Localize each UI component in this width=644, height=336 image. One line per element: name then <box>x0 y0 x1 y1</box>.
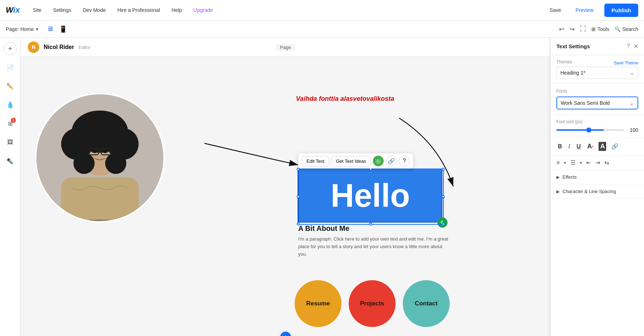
redo-icon[interactable]: ↪ <box>569 25 575 33</box>
align-chevron-icon[interactable]: ▾ <box>564 160 566 165</box>
heading-dropdown[interactable]: Heading 1* ⌄ <box>556 67 638 79</box>
text-settings-panel: Text Settings ? ✕ Themes Save Theme Head… <box>550 38 644 336</box>
about-text: I'm a paragraph. Click here to add your … <box>298 236 450 258</box>
buttons-row: Resume Projects Contact <box>295 280 450 327</box>
apps-icon[interactable]: ⊞ 1 <box>4 117 17 130</box>
pages-icon[interactable]: 📄 <box>4 61 17 74</box>
effects-label: Effects <box>563 174 577 180</box>
link-icon[interactable]: 🔗 <box>386 156 397 166</box>
nav-site[interactable]: Site <box>31 6 44 14</box>
projects-button[interactable]: Projects <box>349 280 396 327</box>
hello-text-box[interactable]: Text Hello G <box>298 169 442 223</box>
undo-icon[interactable]: ↩ <box>559 25 564 33</box>
font-size-section: Font size (px) 100 <box>551 115 644 138</box>
add-elements-button[interactable]: + <box>4 42 17 55</box>
contact-button[interactable]: Contact <box>403 280 450 327</box>
link-button[interactable]: 🔗 <box>610 142 620 151</box>
publish-button[interactable]: Publish <box>604 4 638 17</box>
search-label: Search <box>622 26 638 32</box>
italic-button[interactable]: I <box>567 142 572 151</box>
device-switcher: 🖥 📱 <box>45 24 69 35</box>
character-spacing-label: Character & Line Spacing <box>563 189 616 194</box>
panel-header-icons: ? ✕ <box>627 43 638 50</box>
close-icon[interactable]: ✕ <box>634 43 638 50</box>
edit-text-toolbar: Edit Text Get Text Ideas ◎ 🔗 ? <box>298 153 413 169</box>
save-theme-link[interactable]: Save Theme <box>614 61 638 66</box>
annotation-font-change: Vaihda fonttia alasvetovalikosta <box>284 95 406 103</box>
search-button[interactable]: 🔍 Search <box>614 26 638 32</box>
nav-hire[interactable]: Hire a Professional <box>115 6 162 14</box>
about-title: A Bit About Me <box>298 224 450 233</box>
get-text-ideas-button[interactable]: Get Text Ideas <box>331 156 371 166</box>
page-selector[interactable]: Page: Home ▾ <box>6 26 38 32</box>
font-size-value: 100 <box>627 127 638 133</box>
ai-icon[interactable]: ◎ <box>373 156 384 166</box>
person-image <box>36 94 163 221</box>
wix-logo: Wix <box>6 5 20 15</box>
text-highlight-button[interactable]: A <box>599 142 606 151</box>
svg-point-9 <box>74 153 95 174</box>
rtl-button[interactable]: ⇆ <box>604 159 609 166</box>
font-size-slider[interactable] <box>556 129 624 131</box>
fonts-dropdown[interactable]: Work Sans Semi Bold ⌄ <box>556 97 638 109</box>
font-value: Work Sans Semi Bold <box>561 100 610 106</box>
arrow-to-edit-text <box>176 136 313 172</box>
fonts-dropdown-arrow: ⌄ <box>630 100 634 106</box>
avatar: N <box>28 41 39 53</box>
fonts-label: Fonts <box>556 89 638 94</box>
character-spacing-section[interactable]: ▶ Character & Line Spacing <box>551 184 644 199</box>
format-section: B I U A● A 🔗 <box>551 138 644 156</box>
save-button[interactable]: Save <box>546 6 565 14</box>
help-icon[interactable]: ? <box>627 43 630 50</box>
search-icon: 🔍 <box>614 26 621 32</box>
panel-title: Text Settings <box>556 43 590 49</box>
design-icon[interactable]: ✏️ <box>4 80 17 93</box>
font-size-row: 100 <box>556 127 638 133</box>
color-icon[interactable]: 💧 <box>4 98 17 111</box>
svg-point-11 <box>92 149 98 153</box>
expand-icon[interactable]: ⛶ <box>580 25 586 33</box>
media-icon[interactable]: 🖼 <box>4 136 17 149</box>
profile-photo <box>35 93 165 223</box>
nav-devmode[interactable]: Dev Mode <box>81 6 108 14</box>
toolbar-right-actions: ↩ ↪ ⛶ ⊞ Tools 🔍 Search <box>559 25 638 33</box>
secondary-toolbar: Page: Home ▾ 🖥 📱 ↩ ↪ ⛶ ⊞ Tools 🔍 Search <box>0 21 644 38</box>
list-chevron-icon[interactable]: ▾ <box>580 160 582 165</box>
resume-button[interactable]: Resume <box>295 280 341 327</box>
nav-upgrade[interactable]: Upgrade <box>191 6 215 14</box>
mobile-icon[interactable]: 📱 <box>58 24 69 35</box>
resize-handle-right[interactable] <box>442 196 445 198</box>
page-selector-label: Page: Home <box>6 26 34 32</box>
effects-section[interactable]: ▶ Effects <box>551 170 644 184</box>
indent-decrease-button[interactable]: ⇤ <box>586 159 591 166</box>
align-left-button[interactable]: ≡ <box>556 160 560 166</box>
align-row: ≡ ▾ ☰ ▾ ⇤ ⇥ ⇆ <box>556 159 638 166</box>
edit-text-button[interactable]: Edit Text <box>302 156 329 166</box>
heading-dropdown-arrow: ⌄ <box>630 70 634 76</box>
font-size-label: Font size (px) <box>556 119 638 124</box>
canvas-area: N Nicol Rider Editor Page + Klikkaa teks… <box>21 38 550 336</box>
svg-point-12 <box>102 149 108 153</box>
fonts-section: Fonts Work Sans Semi Bold ⌄ <box>551 84 644 115</box>
apps-badge: 1 <box>11 118 16 123</box>
text-color-button[interactable]: A● <box>586 141 595 152</box>
site-name: Nicol Rider <box>44 44 74 50</box>
tools-button[interactable]: ⊞ Tools <box>591 26 609 32</box>
underline-button[interactable]: U <box>575 142 582 151</box>
list-button[interactable]: ☰ <box>570 159 575 166</box>
main-area: + 📄 ✏️ 💧 ⊞ 1 🖼 ✒️ N Nicol Rider Editor P… <box>0 38 644 336</box>
hello-text: Hello <box>331 177 410 214</box>
preview-button[interactable]: Preview <box>572 6 597 14</box>
indent-increase-button[interactable]: ⇥ <box>595 159 600 166</box>
desktop-icon[interactable]: 🖥 <box>45 24 55 35</box>
help-icon[interactable]: ? <box>399 156 410 166</box>
bold-button[interactable]: B <box>556 142 564 151</box>
svg-point-10 <box>105 153 127 174</box>
themes-row: Themes Save Theme <box>556 59 638 67</box>
nav-settings[interactable]: Settings <box>51 6 74 14</box>
canvas-content: Klikkaa tekstiä ja sitten "edit text" Va… <box>21 57 550 336</box>
blog-icon[interactable]: ✒️ <box>4 154 17 167</box>
themes-label: Themes <box>556 59 572 64</box>
alignment-section: ≡ ▾ ☰ ▾ ⇤ ⇥ ⇆ <box>551 156 644 170</box>
nav-help[interactable]: Help <box>169 6 184 14</box>
